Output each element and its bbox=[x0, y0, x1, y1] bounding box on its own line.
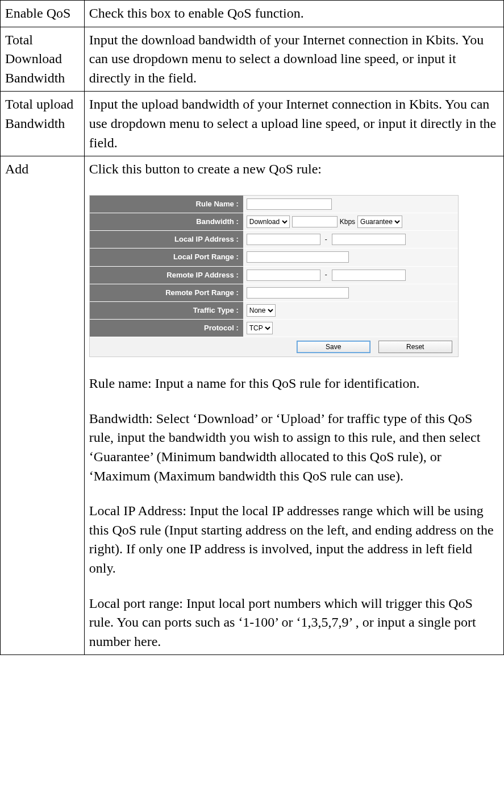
rule-name-label: Rule Name : bbox=[90, 196, 243, 213]
row-desc-total-download: Input the download bandwidth of your Int… bbox=[84, 27, 503, 92]
row-desc-enable-qos: Check this box to enable QoS function. bbox=[84, 1, 503, 27]
rule-name-input[interactable] bbox=[247, 198, 332, 210]
traffic-type-field-wrap: None bbox=[243, 302, 458, 319]
form-row-local-port: Local Port Range : bbox=[90, 248, 458, 266]
bandwidth-unit-text: Kbps bbox=[340, 217, 355, 227]
bandwidth-mode-select[interactable]: Guarantee bbox=[357, 216, 402, 228]
dash-text: - bbox=[323, 270, 330, 280]
local-port-label: Local Port Range : bbox=[90, 248, 243, 266]
table-row: Total upload Bandwidth Input the upload … bbox=[1, 92, 504, 156]
reset-button[interactable]: Reset bbox=[378, 341, 452, 353]
row-desc-add: Click this button to create a new QoS ru… bbox=[84, 156, 503, 655]
remote-port-input[interactable] bbox=[247, 287, 349, 299]
add-intro-text: Click this button to create a new QoS ru… bbox=[89, 160, 499, 179]
traffic-type-label: Traffic Type : bbox=[90, 302, 243, 319]
row-label-enable-qos: Enable QoS bbox=[1, 1, 85, 27]
dash-text: - bbox=[323, 235, 330, 245]
form-row-remote-port: Remote Port Range : bbox=[90, 284, 458, 302]
form-row-traffic-type: Traffic Type : None bbox=[90, 302, 458, 320]
explain-rule-name: Rule name: Input a name for this QoS rul… bbox=[89, 374, 499, 393]
bandwidth-direction-select[interactable]: Download bbox=[247, 216, 290, 228]
form-row-protocol: Protocol : TCP bbox=[90, 320, 458, 337]
form-row-remote-ip: Remote IP Address : - bbox=[90, 267, 458, 284]
table-row: Total Download Bandwidth Input the downl… bbox=[1, 27, 504, 92]
row-label-add: Add bbox=[1, 156, 85, 655]
bandwidth-value-input[interactable] bbox=[292, 216, 338, 227]
remote-ip-field-wrap: - bbox=[243, 267, 458, 284]
remote-port-label: Remote Port Range : bbox=[90, 284, 243, 301]
protocol-field-wrap: TCP bbox=[243, 320, 458, 337]
row-desc-total-upload: Input the upload bandwidth of your Inter… bbox=[84, 92, 503, 156]
bandwidth-label: Bandwidth : bbox=[90, 213, 243, 230]
form-row-bandwidth: Bandwidth : Download Kbps Guarantee bbox=[90, 213, 458, 231]
local-ip-field-wrap: - bbox=[243, 231, 458, 248]
remote-port-field-wrap bbox=[243, 284, 458, 301]
local-port-input[interactable] bbox=[247, 251, 349, 263]
bandwidth-field-wrap: Download Kbps Guarantee bbox=[243, 213, 458, 230]
row-label-total-upload: Total upload Bandwidth bbox=[1, 92, 85, 156]
table-row: Add Click this button to create a new Qo… bbox=[1, 156, 504, 655]
rule-name-field-wrap bbox=[243, 196, 458, 213]
local-port-field-wrap bbox=[243, 248, 458, 266]
remote-ip-label: Remote IP Address : bbox=[90, 267, 243, 284]
table-row: Enable QoS Check this box to enable QoS … bbox=[1, 1, 504, 27]
local-ip-label: Local IP Address : bbox=[90, 231, 243, 248]
explain-local-ip: Local IP Address: Input the local IP add… bbox=[89, 502, 499, 578]
remote-ip-end-input[interactable] bbox=[332, 270, 406, 281]
local-ip-start-input[interactable] bbox=[247, 234, 320, 245]
explain-local-port: Local port range: Input local port numbe… bbox=[89, 594, 499, 652]
protocol-label: Protocol : bbox=[90, 320, 243, 337]
traffic-type-select[interactable]: None bbox=[247, 304, 276, 317]
explain-bandwidth: Bandwidth: Select ‘Download’ or ‘Upload’… bbox=[89, 409, 499, 486]
remote-ip-start-input[interactable] bbox=[247, 270, 320, 281]
form-row-rule-name: Rule Name : bbox=[90, 196, 458, 213]
row-label-total-download: Total Download Bandwidth bbox=[1, 27, 85, 92]
protocol-select[interactable]: TCP bbox=[247, 322, 273, 334]
save-button[interactable]: Save bbox=[297, 341, 370, 353]
qos-rule-form: Rule Name : Bandwidth : Download Kbps bbox=[89, 195, 459, 358]
form-button-row: Save Reset bbox=[90, 337, 458, 357]
qos-settings-table: Enable QoS Check this box to enable QoS … bbox=[0, 0, 504, 655]
form-row-local-ip: Local IP Address : - bbox=[90, 231, 458, 248]
local-ip-end-input[interactable] bbox=[332, 234, 406, 245]
